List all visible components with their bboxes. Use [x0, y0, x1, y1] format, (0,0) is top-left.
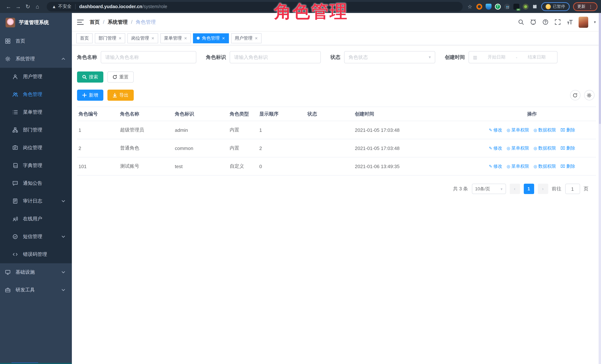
extension-icon[interactable]: on	[513, 3, 519, 10]
fullscreen-icon[interactable]	[554, 19, 561, 25]
sidebar-item-online-users[interactable]: 在线用户	[0, 210, 72, 228]
column-settings-button[interactable]	[584, 90, 594, 100]
scrollbar-thumb[interactable]	[599, 13, 601, 124]
refresh-table-button[interactable]	[570, 90, 580, 100]
edit-action[interactable]: ✎修改	[489, 145, 502, 151]
page-unit: 页	[584, 186, 588, 192]
data-permission-action[interactable]: ◎数据权限	[534, 145, 556, 151]
extension-icon[interactable]	[504, 3, 510, 10]
sidebar-item-home[interactable]: 首页	[0, 32, 72, 50]
extension-icon[interactable]	[522, 3, 528, 10]
page-size-select[interactable]: 10条/页 ▾	[472, 184, 506, 194]
profile-paused-badge[interactable]: 已暂停	[541, 2, 570, 11]
log-icon	[13, 198, 18, 204]
page-1-button[interactable]: 1	[524, 184, 534, 194]
breadcrumb-system[interactable]: 系统管理	[108, 19, 128, 25]
cell-created: 2021-01-06 13:49:35	[355, 164, 470, 169]
search-button[interactable]: 搜索	[77, 71, 103, 83]
breadcrumb-separator: /	[103, 19, 104, 25]
browser-forward-icon[interactable]: →	[13, 2, 23, 11]
extensions-puzzle-icon[interactable]	[532, 3, 538, 10]
search-icon[interactable]	[518, 19, 524, 25]
table-row: 2 普通角色 common 内置 2 2021-01-05 17:03:48 ✎…	[77, 139, 596, 157]
menu-permission-action[interactable]: ◎菜单权限	[507, 163, 529, 169]
sidebar-item-system[interactable]: 系统管理	[0, 50, 72, 68]
scrollbar[interactable]	[598, 13, 601, 364]
github-icon[interactable]	[530, 19, 537, 25]
extension-icon[interactable]	[485, 3, 491, 10]
cell-role-key: common	[175, 145, 230, 151]
sidebar-item-dictionary[interactable]: 字典管理	[0, 157, 72, 174]
sidebar-item-menus[interactable]: 菜单管理	[0, 103, 72, 121]
data-permission-action[interactable]: ◎数据权限	[534, 127, 556, 133]
security-warning[interactable]: ▲ 不安全	[52, 3, 71, 10]
sidebar-toggle-icon[interactable]	[77, 20, 84, 25]
sidebar-item-audit-log[interactable]: 审计日志	[0, 192, 72, 210]
add-button[interactable]: 新增	[77, 90, 103, 101]
sidebar-item-departments[interactable]: 部门管理	[0, 121, 72, 139]
bookmark-star-icon[interactable]: ☆	[467, 3, 473, 10]
breadcrumb-home[interactable]: 首页	[90, 19, 100, 25]
tab-posts[interactable]: 岗位管理✕	[128, 33, 158, 43]
user-avatar[interactable]	[579, 17, 588, 28]
warning-icon: ▲	[52, 4, 56, 9]
filter-form: 角色名称 角色标识 状态 角色状态 ▾ 创建时间 ▥	[77, 51, 596, 63]
close-icon[interactable]: ✕	[222, 36, 225, 40]
tab-departments[interactable]: 部门管理✕	[95, 33, 125, 43]
cell-role-id: 2	[79, 145, 120, 151]
sidebar-item-users[interactable]: 用户管理	[0, 68, 72, 86]
browser-update-button[interactable]: 更新 ⋮	[573, 2, 597, 11]
font-size-icon[interactable]	[567, 19, 573, 25]
cell-sort: 0	[259, 164, 307, 169]
edit-action[interactable]: ✎修改	[489, 163, 502, 169]
export-button[interactable]: 导出	[107, 90, 134, 101]
tab-users[interactable]: 用户管理✕	[231, 33, 261, 43]
edit-action[interactable]: ✎修改	[489, 127, 502, 133]
close-icon[interactable]: ✕	[119, 36, 122, 40]
date-range-picker[interactable]: ▥ 开始日期 - 结束日期	[469, 51, 558, 63]
tab-home[interactable]: 首页	[76, 33, 93, 43]
app-logo-row[interactable]: 芋道管理系统	[0, 13, 72, 32]
sidebar-item-error-codes[interactable]: 错误码管理	[0, 246, 72, 263]
next-page-button[interactable]: ›	[538, 184, 548, 194]
pagination: 共 3 条 10条/页 ▾ ‹ 1 › 前往 页	[77, 184, 596, 194]
browser-menu-icon[interactable]: ⋮	[588, 4, 593, 9]
system-submenu: 用户管理 角色管理 菜单管理 部门管理	[0, 68, 72, 263]
browser-back-icon[interactable]: ←	[4, 2, 13, 11]
prev-page-button[interactable]: ‹	[510, 184, 520, 194]
extension-icon[interactable]	[476, 3, 482, 10]
data-permission-action[interactable]: ◎数据权限	[534, 163, 556, 169]
browser-home-icon[interactable]: ⌂	[33, 2, 42, 11]
goto-page-input[interactable]	[565, 184, 580, 194]
sidebar-item-infrastructure[interactable]: 基础设施	[0, 263, 72, 281]
sidebar-bottom-line	[0, 363, 72, 364]
sidebar-item-roles[interactable]: 角色管理	[0, 86, 72, 103]
role-key-input[interactable]	[234, 54, 316, 60]
delete-action[interactable]: ⌧删除	[561, 127, 575, 133]
role-name-input[interactable]	[105, 54, 192, 60]
avatar-caret-down-icon[interactable]: ▾	[594, 20, 596, 24]
close-icon[interactable]: ✕	[255, 36, 258, 40]
help-icon[interactable]	[542, 19, 549, 25]
close-icon[interactable]: ✕	[184, 36, 187, 40]
tab-menus[interactable]: 菜单管理✕	[160, 33, 191, 43]
tab-roles[interactable]: 角色管理✕	[193, 33, 229, 43]
menu-permission-action[interactable]: ◎菜单权限	[507, 145, 529, 151]
extension-icon[interactable]: 7	[495, 3, 501, 10]
close-icon[interactable]: ✕	[151, 36, 154, 40]
screen: ← → ↻ ⌂ ▲ 不安全 dashboard.yudao.iocoder.cn…	[0, 0, 601, 364]
sidebar-item-posts[interactable]: 岗位管理	[0, 139, 72, 157]
role-key-label: 角色标识	[206, 54, 226, 60]
cell-role-key: test	[175, 164, 230, 169]
reset-button[interactable]: 重置	[107, 71, 134, 83]
chevron-up-icon	[61, 58, 65, 60]
sidebar-item-notices[interactable]: 通知公告	[0, 174, 72, 192]
sidebar-item-dev-tools[interactable]: 研发工具	[0, 281, 72, 299]
browser-reload-icon[interactable]: ↻	[23, 2, 33, 11]
menu-permission-action[interactable]: ◎菜单权限	[507, 127, 529, 133]
delete-action[interactable]: ⌧删除	[561, 145, 575, 151]
address-bar[interactable]: ▲ 不安全 dashboard.yudao.iocoder.cn/system/…	[47, 2, 462, 11]
status-select[interactable]: 角色状态 ▾	[344, 51, 435, 63]
delete-action[interactable]: ⌧删除	[561, 163, 575, 169]
sidebar-item-sms[interactable]: 短信管理	[0, 228, 72, 246]
